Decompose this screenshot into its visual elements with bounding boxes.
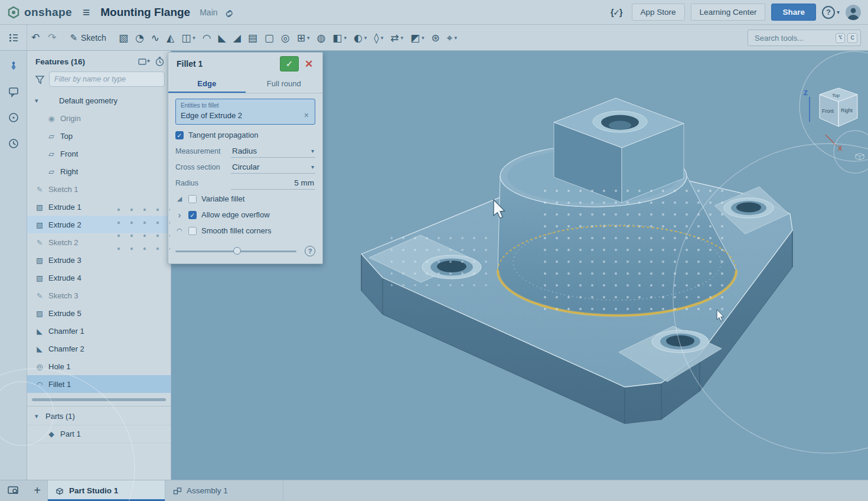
loft-icon[interactable]: ◭ ▾	[164, 28, 177, 47]
thicken-icon[interactable]: ◫ ▾	[178, 28, 198, 47]
radius-input[interactable]: 5 mm	[231, 177, 315, 190]
cancel-button[interactable]: ✕	[300, 56, 318, 71]
search-tools-box[interactable]: ⌥ C	[748, 30, 861, 46]
bolt-hole-east[interactable]	[724, 198, 774, 218]
shell-icon[interactable]: ▢ ▾	[262, 28, 277, 47]
manage-tabs-icon[interactable]	[0, 480, 27, 501]
expander-chevron-icon[interactable]: ›	[175, 210, 184, 219]
filter-funnel-icon[interactable]	[34, 74, 45, 84]
sketch-button[interactable]: ✎ Sketch	[64, 30, 112, 46]
frame-icon[interactable]: ⌖ ▾	[444, 28, 460, 47]
search-tools-input[interactable]	[753, 33, 833, 43]
chevron-down-icon[interactable]: ▾	[364, 35, 367, 41]
remove-entity-icon[interactable]: ×	[303, 110, 310, 120]
chevron-down-icon[interactable]: ▾	[422, 35, 425, 41]
measurement-select[interactable]: Radius ▾	[231, 145, 315, 158]
hamburger-menu-icon[interactable]: ≡	[83, 5, 90, 19]
chevron-down-icon[interactable]: ▾	[381, 35, 384, 41]
chevron-down-icon[interactable]: ▾	[192, 35, 195, 41]
allow-edge-overflow-checkbox[interactable]	[188, 211, 197, 219]
smooth-fillet-corners-checkbox[interactable]	[188, 227, 197, 235]
feature-item[interactable]: ◣ Chamfer 2	[27, 340, 171, 357]
variable-fillet-row[interactable]: ◢ Variable fillet	[175, 191, 315, 207]
transform-icon[interactable]: ⇄ ▾	[387, 28, 406, 47]
feature-item[interactable]: ▧ Extrude 2	[27, 216, 171, 233]
split-icon[interactable]: ◊ ▾	[371, 28, 386, 47]
history-icon[interactable]	[6, 136, 21, 151]
feature-tree-toggle[interactable]	[0, 25, 27, 50]
new-folder-icon[interactable]	[138, 57, 150, 66]
chevron-down-icon[interactable]: ▾	[400, 35, 403, 41]
sheet-metal-icon[interactable]: ◩ ▾	[407, 28, 428, 47]
feature-item[interactable]: Default geometry	[27, 92, 171, 109]
feature-item[interactable]: ◣ Chamfer 1	[27, 322, 171, 340]
feature-item[interactable]: ✎ Sketch 2	[27, 233, 171, 251]
part-item[interactable]: ◆ Part 1	[27, 425, 171, 443]
bolt-hole-south[interactable]	[652, 330, 709, 353]
help-icon[interactable]: ?	[822, 6, 835, 19]
help-icon[interactable]: ?	[305, 246, 315, 256]
redo-button[interactable]: ↷	[44, 29, 60, 46]
smooth-fillet-corners-row[interactable]: ◠ Smooth fillet corners	[175, 223, 315, 239]
tab-assembly-1[interactable]: Assembly 1	[165, 480, 283, 501]
extrude-icon[interactable]: ▧ ▾	[116, 28, 131, 47]
feature-filter-input[interactable]	[49, 71, 165, 87]
parts-section-header[interactable]: Parts (1)	[27, 408, 171, 425]
allow-edge-overflow-row[interactable]: › Allow edge overflow	[175, 207, 315, 223]
tangent-propagation-row[interactable]: Tangent propagation	[175, 127, 315, 143]
feature-item[interactable]: ▧ Extrude 1	[27, 198, 171, 216]
stopwatch-icon[interactable]	[155, 56, 165, 67]
slider-handle[interactable]	[233, 247, 241, 255]
branch-label[interactable]: Main	[200, 8, 217, 17]
user-avatar[interactable]	[846, 5, 861, 20]
chevron-down-icon[interactable]: ▾	[454, 35, 457, 41]
undo-button[interactable]: ↶	[27, 29, 44, 46]
configurations-icon[interactable]	[6, 58, 21, 73]
feature-item[interactable]: ◉ Origin	[27, 109, 171, 127]
linear-pattern-icon[interactable]: ⊞ ▾	[294, 28, 313, 47]
fillet-icon[interactable]: ◠ ▾	[200, 28, 214, 47]
display-quality-slider[interactable]	[175, 247, 296, 255]
feature-item[interactable]: ◠ Fillet 1	[27, 375, 171, 393]
link-icon[interactable]	[224, 7, 234, 18]
sweep-icon[interactable]: ∿ ▾	[148, 28, 162, 47]
dialog-tab[interactable]: Edge	[168, 75, 246, 93]
revolve-icon[interactable]: ◔ ▾	[132, 28, 147, 47]
entities-to-fillet-box[interactable]: Entities to fillet Edge of Extrude 2 ×	[175, 99, 315, 125]
tab-part-studio-1[interactable]: Part Studio 1	[47, 480, 165, 501]
chevron-down-icon[interactable]: ▾	[344, 35, 347, 41]
learning-center-button[interactable]: Learning Center	[691, 4, 766, 21]
feature-item[interactable]: ✎ Sketch 3	[27, 287, 171, 304]
view-cube-right-label[interactable]: Right	[841, 108, 853, 113]
rollback-bar[interactable]	[32, 398, 166, 401]
rib-icon[interactable]: ▤ ▾	[245, 28, 260, 47]
view-cube-top-label[interactable]: Top	[832, 93, 840, 98]
feature-item[interactable]: ▧ Extrude 5	[27, 304, 171, 322]
featurescript-check-icon[interactable]: {✓}	[611, 8, 622, 17]
app-store-button[interactable]: App Store	[632, 4, 685, 21]
feature-item[interactable]: ▧ Extrude 4	[27, 269, 171, 287]
cross-section-select[interactable]: Circular ▾	[231, 161, 315, 174]
mirror-icon[interactable]: ◧ ▾	[329, 28, 350, 47]
chevron-down-icon[interactable]: ▾	[307, 35, 310, 41]
chamfer-icon[interactable]: ◣ ▾	[216, 28, 229, 47]
featurescript-icon[interactable]: ⊛ ▾	[429, 28, 443, 47]
comments-icon[interactable]	[6, 84, 21, 99]
tangent-propagation-checkbox[interactable]	[175, 131, 184, 139]
add-tab-button[interactable]: +	[27, 480, 47, 501]
draft-icon[interactable]: ◢ ▾	[230, 28, 244, 47]
feature-item[interactable]: ▱ Front	[27, 145, 171, 162]
feature-item[interactable]: ◎ Hole 1	[27, 357, 171, 375]
onshape-logo[interactable]: onshape	[7, 6, 72, 19]
dialog-tab[interactable]: Full round	[246, 75, 323, 93]
variable-fillet-checkbox[interactable]	[188, 195, 197, 203]
feature-item[interactable]: ✎ Sketch 1	[27, 180, 171, 198]
circular-pattern-icon[interactable]: ◍ ▾	[314, 28, 328, 47]
bolt-hole-west[interactable]	[422, 255, 481, 279]
properties-icon[interactable]	[6, 110, 21, 125]
boolean-icon[interactable]: ◐ ▾	[351, 28, 370, 47]
share-button[interactable]: Share	[771, 4, 816, 21]
feature-item[interactable]: ▱ Top	[27, 127, 171, 145]
hole-icon[interactable]: ◎ ▾	[278, 28, 293, 47]
help-menu[interactable]: ? ▾	[822, 6, 840, 19]
